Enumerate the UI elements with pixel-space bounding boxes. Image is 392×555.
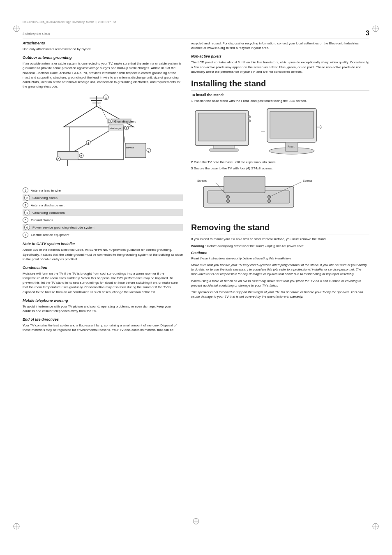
install-step-label: To install the stand: — [191, 93, 369, 97]
legend-item-4: 4 Grounding conductors — [23, 209, 183, 216]
svg-rect-32 — [58, 152, 78, 160]
legend-label-2: Grounding clamp — [32, 196, 58, 200]
antenna-diagram: 1 2 Grounding clamp discharge 3 — [23, 93, 183, 183]
top-bar: Installing the stand 3 — [23, 30, 369, 39]
legend-item-3: 3 Antenna discharge unit — [23, 202, 183, 208]
step-2-text: Push the TV onto the base until the clip… — [194, 160, 277, 164]
corner-mark-tl — [12, 25, 21, 33]
attachments-text: Use only attachments recommended by Dyne… — [23, 47, 183, 51]
install-step-3: 3 Secure the base to the TV with four (4… — [191, 166, 369, 171]
legend-item-1: 1 Antenna lead-in wire — [23, 187, 183, 193]
legend-label-7: Electric service equipment — [31, 233, 69, 237]
file-info: DX-LDVD22-10A_09-0042.book Page 3 Monday… — [23, 21, 116, 23]
caution-2: Make sure that you handle your TV very c… — [191, 263, 369, 277]
svg-point-59 — [226, 199, 230, 203]
tv-images: Front — [191, 106, 369, 157]
outdoor-antenna-text: If an outside antenna or cable system is… — [23, 61, 183, 89]
tv-left-image — [191, 106, 257, 157]
svg-text:2: 2 — [109, 120, 111, 123]
svg-text:1: 1 — [105, 96, 107, 99]
install-step-2: 2 Push the TV onto the base until the cl… — [191, 160, 369, 164]
legend-num-4: 4 — [24, 210, 30, 215]
caution-1: Read these instructions thoroughly befor… — [191, 256, 369, 261]
screws-diagram: Screws Screws — [191, 174, 369, 216]
svg-marker-13 — [64, 106, 134, 127]
svg-point-60 — [267, 199, 271, 203]
svg-text:Grounding clamp: Grounding clamp — [114, 120, 136, 123]
svg-rect-56 — [224, 176, 265, 193]
legend-item-7: 7 Electric service equipment — [23, 232, 183, 238]
svg-rect-50 — [270, 111, 314, 138]
caution-4: The speaker is not intended to support t… — [191, 290, 369, 299]
legend-label-3: Antenna discharge unit — [31, 204, 65, 207]
removing-stand-title: Removing the stand — [191, 223, 369, 234]
non-active-pixels-text: The LCD panel contains almost 3 million … — [191, 60, 369, 74]
removing-stand-section: Removing the stand If you intend to moun… — [191, 223, 369, 299]
legend-label-1: Antenna lead-in wire — [31, 189, 61, 192]
warning-detail: Before attempting removal of the stand, … — [207, 244, 304, 248]
warning-label: Warning — [191, 244, 204, 248]
outdoor-antenna-heading: Outdoor antenna grounding — [23, 56, 183, 60]
step-num-2: 2 — [191, 160, 194, 164]
installing-stand-title: Installing the stand — [191, 79, 369, 90]
svg-text:6: 6 — [58, 158, 59, 161]
corner-mark-br — [371, 522, 380, 530]
warning-text: : — [205, 244, 207, 248]
legend-item-6: 6 Power service grounding electrode syst… — [23, 224, 183, 231]
corner-mark-bl — [12, 522, 21, 530]
end-of-life-heading: End of life directives — [23, 317, 183, 321]
mobile-warning-heading: Mobile telephone warning — [23, 298, 183, 303]
svg-text:discharge: discharge — [110, 127, 121, 130]
catv-note-text: Article 820 of the National Electrical C… — [23, 247, 183, 261]
svg-point-47 — [248, 116, 251, 118]
install-step-1: 1 Position the base stand with the Front… — [191, 99, 369, 103]
legend-num-7: 7 — [23, 232, 28, 238]
page-number: 3 — [366, 30, 369, 37]
svg-text:Screws: Screws — [303, 179, 312, 182]
corner-mark-tr — [371, 25, 380, 33]
step-1-text: Position the base stand with the Front l… — [194, 99, 307, 103]
legend-num-1: 1 — [23, 187, 28, 193]
legend-item-5: 5 Ground clamps — [23, 217, 183, 223]
mobile-warning-text: To avoid interference with your TV pictu… — [23, 304, 183, 313]
svg-rect-45 — [214, 146, 234, 149]
legend-num-5: 5 — [23, 217, 28, 223]
svg-text:3: 3 — [126, 127, 127, 130]
antenna-legend: 1 Antenna lead-in wire 2 Grounding clamp… — [23, 187, 183, 238]
legend-label-6: Power service grounding electrode system — [32, 226, 95, 229]
condensation-text: Moisture will form on the TV if the TV i… — [23, 271, 183, 294]
cautions-label: Cautions: — [191, 251, 369, 255]
svg-text:4: 4 — [88, 141, 89, 144]
end-of-life-text: Your TV contains tin-lead solder and a f… — [23, 323, 183, 332]
svg-text:7: 7 — [148, 149, 150, 152]
non-active-pixels-heading: Non-active pixels — [191, 54, 369, 58]
svg-text:service: service — [126, 146, 134, 149]
recycled-text: recycled and reused. For disposal or rec… — [191, 41, 369, 50]
step-3-text: Secure the base to the TV with four (4) … — [194, 166, 273, 170]
svg-text:5: 5 — [81, 155, 82, 157]
step-num-3: 3 — [191, 166, 194, 170]
step-num-1: 1 — [191, 99, 193, 103]
svg-text:Front: Front — [288, 145, 294, 148]
main-content: Attachments Use only attachments recomme… — [23, 41, 369, 522]
left-column: Attachments Use only attachments recomme… — [23, 41, 183, 522]
caution-3: When using a table or bench as an aid to… — [191, 279, 369, 288]
svg-rect-46 — [210, 149, 238, 151]
catv-note-heading: Note to CATV system installer — [23, 242, 183, 246]
tv-right-image: Front — [261, 106, 327, 157]
svg-text:Screws: Screws — [197, 179, 207, 182]
legend-num-2: 2 — [24, 195, 30, 201]
right-column: recycled and reused. For disposal or rec… — [191, 41, 369, 522]
page: DX-LDVD22-10A_09-0042.book Page 3 Monday… — [0, 0, 392, 555]
legend-item-2: 2 Grounding clamp — [23, 194, 183, 201]
legend-num-6: 6 — [24, 224, 30, 230]
svg-point-48 — [248, 120, 251, 122]
svg-rect-44 — [198, 113, 245, 141]
legend-num-3: 3 — [23, 202, 28, 208]
attachments-heading: Attachments — [23, 41, 183, 45]
header-section-title: Installing the stand — [23, 32, 50, 35]
warning-block: Warning : Before attempting removal of t… — [191, 244, 369, 248]
bottom-center-mark — [192, 517, 200, 526]
legend-label-5: Ground clamps — [31, 218, 53, 222]
condensation-heading: Condensation — [23, 266, 183, 270]
